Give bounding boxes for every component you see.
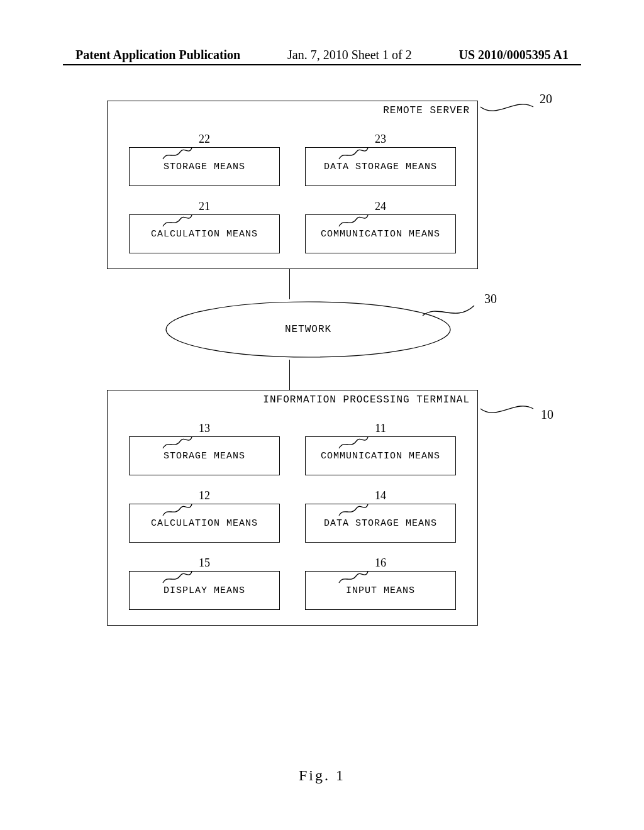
terminal-title: INFORMATION PROCESSING TERMINAL — [263, 394, 470, 406]
box-calculation-means-12: CALCULATION MEANS — [129, 504, 280, 543]
box-communication-means-24: COMMUNICATION MEANS — [305, 214, 456, 253]
ref-16: 16 — [305, 556, 456, 570]
ref-14: 14 — [305, 489, 456, 502]
remote-server-row-1: 22 STORAGE MEANS 23 DATA STORAGE MEANS — [123, 133, 462, 186]
leader-20 — [478, 98, 547, 119]
ref-22: 22 — [129, 133, 280, 146]
header-date-sheet: Jan. 7, 2010 Sheet 1 of 2 — [287, 48, 412, 62]
cell-21: 21 CALCULATION MEANS — [129, 200, 280, 253]
terminal-row-1: 13 STORAGE MEANS 11 COMMUNICATION MEANS — [123, 422, 462, 475]
header-patent-number: US 2010/0005395 A1 — [459, 48, 569, 62]
box-calculation-means-21: CALCULATION MEANS — [129, 214, 280, 253]
box-data-storage-means-14: DATA STORAGE MEANS — [305, 504, 456, 543]
figure-diagram: REMOTE SERVER 22 STORAGE MEANS 23 DATA S… — [101, 101, 541, 626]
box-storage-means-22: STORAGE MEANS — [129, 147, 280, 186]
connector-network-to-terminal — [289, 360, 290, 390]
ref-30: 30 — [484, 292, 497, 306]
leader-30 — [421, 302, 484, 321]
box-data-storage-means-23: DATA STORAGE MEANS — [305, 147, 456, 186]
ref-13: 13 — [129, 422, 280, 435]
box-communication-means-11: COMMUNICATION MEANS — [305, 436, 456, 475]
ref-12: 12 — [129, 489, 280, 502]
ref-23: 23 — [305, 133, 456, 146]
box-input-means-16: INPUT MEANS — [305, 571, 456, 610]
leader-10 — [478, 400, 547, 421]
cell-22: 22 STORAGE MEANS — [129, 133, 280, 186]
ref-11: 11 — [305, 422, 456, 435]
network-label: NETWORK — [164, 299, 453, 360]
cell-24: 24 COMMUNICATION MEANS — [305, 200, 456, 253]
page-header: Patent Application Publication Jan. 7, 2… — [0, 48, 644, 62]
connector-server-to-network — [289, 269, 290, 299]
header-publication: Patent Application Publication — [75, 48, 240, 62]
cell-15: 15 DISPLAY MEANS — [129, 556, 280, 610]
header-rule — [63, 64, 581, 65]
box-storage-means-13: STORAGE MEANS — [129, 436, 280, 475]
remote-server-title: REMOTE SERVER — [383, 105, 470, 116]
remote-server-box: REMOTE SERVER 22 STORAGE MEANS 23 DATA S… — [107, 101, 478, 269]
cell-16: 16 INPUT MEANS — [305, 556, 456, 610]
ref-24: 24 — [305, 200, 456, 213]
ref-10: 10 — [541, 407, 553, 422]
ref-15: 15 — [129, 556, 280, 570]
cell-11: 11 COMMUNICATION MEANS — [305, 422, 456, 475]
network-node: NETWORK 30 — [145, 299, 472, 360]
terminal-box: INFORMATION PROCESSING TERMINAL 13 STORA… — [107, 390, 478, 626]
box-display-means-15: DISPLAY MEANS — [129, 571, 280, 610]
terminal-row-3: 15 DISPLAY MEANS 16 INPUT MEANS — [123, 556, 462, 610]
cell-23: 23 DATA STORAGE MEANS — [305, 133, 456, 186]
cell-12: 12 CALCULATION MEANS — [129, 489, 280, 543]
terminal-row-2: 12 CALCULATION MEANS 14 DATA STORAGE MEA… — [123, 489, 462, 543]
figure-caption: Fig. 1 — [0, 767, 644, 784]
cell-13: 13 STORAGE MEANS — [129, 422, 280, 475]
ref-20: 20 — [540, 92, 552, 106]
cell-14: 14 DATA STORAGE MEANS — [305, 489, 456, 543]
ref-21: 21 — [129, 200, 280, 213]
remote-server-row-2: 21 CALCULATION MEANS 24 COMMUNICATION ME… — [123, 200, 462, 253]
